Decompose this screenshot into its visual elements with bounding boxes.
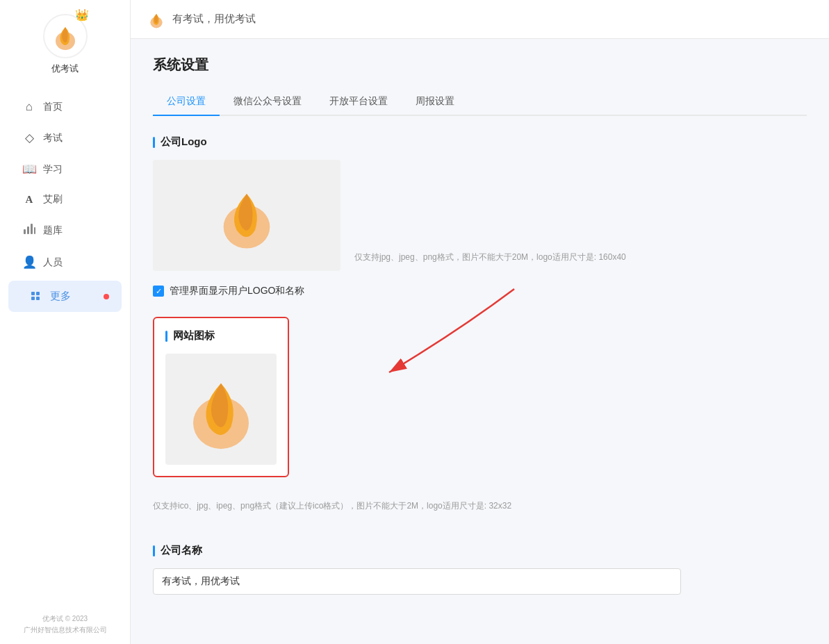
more-dot-badge [104, 294, 109, 299]
content-area: 系统设置 公司设置 微信公众号设置 开放平台设置 周报设置 公司Logo [131, 39, 829, 644]
sidebar-item-people[interactable]: 👤 人员 [0, 247, 130, 278]
section-bar-name [153, 545, 155, 556]
topbar: 有考试，用优考试 [131, 0, 829, 39]
sidebar-item-bank-label: 题库 [43, 224, 63, 237]
sidebar-item-home[interactable]: ⌂ 首页 [0, 92, 130, 122]
favicon-hint-text: 仅支持ico、jpg、ipeg、png格式（建议上传ico格式），图片不能大于2… [153, 500, 511, 512]
exam-icon: ◇ [22, 131, 36, 145]
main-area: 有考试，用优考试 系统设置 公司设置 微信公众号设置 开放平台设置 周报设置 公… [131, 0, 829, 644]
ai-icon: A [22, 194, 36, 206]
sidebar-item-ai[interactable]: A 艾刷 [0, 185, 130, 214]
svg-rect-8 [36, 297, 40, 300]
svg-rect-7 [31, 297, 35, 300]
tab-wechat[interactable]: 微信公众号设置 [220, 88, 315, 116]
sidebar-item-exam[interactable]: ◇ 考试 [0, 122, 130, 154]
favicon-section: 网站图标 [153, 317, 289, 477]
svg-rect-3 [31, 224, 33, 234]
favicon-preview-box[interactable] [165, 354, 277, 465]
tab-company[interactable]: 公司设置 [153, 88, 220, 116]
logo-upload-area: 仅支持jpg、jpeg、png格式，图片不能大于20M，logo适用尺寸是: 1… [153, 160, 807, 271]
company-name-title: 公司名称 [161, 544, 202, 557]
logo-preview-box[interactable] [153, 160, 340, 271]
study-icon: 📖 [22, 162, 36, 176]
sidebar-item-ai-label: 艾刷 [43, 193, 63, 206]
sidebar-brand-logo-icon [51, 22, 80, 51]
home-icon: ⌂ [22, 100, 36, 114]
svg-rect-5 [31, 292, 35, 295]
sidebar: 👑 优考试 ⌂ 首页 ◇ 考试 📖 学习 A 艾刷 题库 [0, 0, 131, 644]
checkmark-icon: ✓ [156, 287, 162, 296]
company-logo-title: 公司Logo [161, 135, 207, 149]
topbar-title: 有考试，用优考试 [172, 13, 256, 26]
favicon-title: 网站图标 [173, 329, 215, 342]
svg-rect-6 [36, 292, 40, 295]
show-logo-label: 管理界面显示用户LOGO和名称 [170, 285, 304, 297]
logo-hint-text: 仅支持jpg、jpeg、png格式，图片不能大于20M，logo适用尺寸是: 1… [354, 250, 626, 271]
show-logo-checkbox[interactable]: ✓ [153, 286, 164, 297]
company-name-section-header: 公司名称 [153, 544, 807, 557]
copyright-text: 优考试 © 2023 [24, 613, 107, 625]
sidebar-nav: ⌂ 首页 ◇ 考试 📖 学习 A 艾刷 题库 👤 人员 [0, 92, 130, 605]
topbar-logo-icon [147, 10, 165, 28]
tabs-bar: 公司设置 微信公众号设置 开放平台设置 周报设置 [153, 88, 807, 116]
company-name-input[interactable] [153, 568, 681, 595]
favicon-section-header: 网站图标 [165, 329, 277, 342]
sidebar-item-exam-label: 考试 [43, 132, 63, 145]
sidebar-item-more[interactable]: 更多 [8, 281, 122, 312]
bank-icon [22, 222, 36, 238]
sidebar-brand-name: 优考试 [51, 63, 79, 75]
tab-weekly[interactable]: 周报设置 [402, 88, 468, 116]
sidebar-item-bank[interactable]: 题库 [0, 214, 130, 247]
sidebar-item-study-label: 学习 [43, 163, 63, 176]
page-title: 系统设置 [153, 56, 807, 74]
crown-icon: 👑 [75, 8, 89, 22]
sidebar-item-people-label: 人员 [43, 256, 63, 269]
sidebar-item-more-label: 更多 [50, 290, 71, 303]
company-logo-section-header: 公司Logo [153, 135, 807, 149]
sidebar-item-study[interactable]: 📖 学习 [0, 154, 130, 185]
svg-rect-4 [34, 227, 35, 234]
favicon-preview-image [165, 354, 277, 465]
sidebar-item-home-label: 首页 [43, 101, 63, 113]
logo-preview-image [153, 160, 340, 271]
people-icon: 👤 [22, 255, 36, 270]
company-text: 广州好智信息技术有限公司 [24, 625, 107, 636]
section-bar-favicon [165, 331, 167, 342]
section-bar-logo [153, 137, 155, 148]
svg-rect-2 [27, 226, 29, 234]
more-icon [31, 289, 43, 304]
favicon-upload-area [165, 354, 277, 465]
sidebar-footer: 优考试 © 2023 广州好智信息技术有限公司 [18, 605, 113, 644]
tab-open[interactable]: 开放平台设置 [315, 88, 402, 116]
svg-rect-1 [24, 229, 26, 234]
show-logo-checkbox-row: ✓ 管理界面显示用户LOGO和名称 [153, 285, 807, 297]
sidebar-logo[interactable]: 👑 [43, 14, 88, 58]
